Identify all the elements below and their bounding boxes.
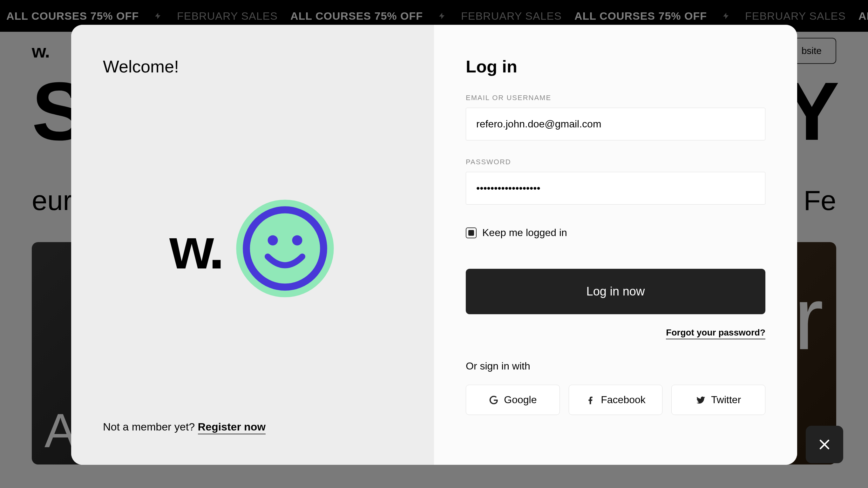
- google-label: Google: [504, 394, 537, 406]
- login-title: Log in: [466, 57, 765, 76]
- welcome-title: Welcome!: [103, 57, 402, 76]
- password-label: PASSWORD: [466, 158, 765, 166]
- svg-point-0: [236, 200, 334, 297]
- google-login-button[interactable]: Google: [466, 385, 560, 415]
- facebook-icon: [586, 395, 596, 405]
- login-button[interactable]: Log in now: [466, 269, 765, 314]
- svg-point-2: [268, 235, 278, 245]
- facebook-label: Facebook: [601, 394, 646, 406]
- facebook-login-button[interactable]: Facebook: [569, 385, 663, 415]
- close-modal-button[interactable]: [806, 426, 843, 463]
- modal-login-panel: Log in EMAIL OR USERNAME PASSWORD Keep m…: [434, 25, 797, 465]
- twitter-login-button[interactable]: Twitter: [671, 385, 765, 415]
- checkbox-checked-icon: [468, 230, 474, 236]
- welcome-logo: w.: [169, 216, 221, 281]
- register-link[interactable]: Register now: [198, 421, 266, 434]
- close-icon: [817, 437, 832, 452]
- keep-logged-checkbox[interactable]: [466, 227, 476, 238]
- register-prompt-text: Not a member yet?: [103, 421, 198, 433]
- social-divider-text: Or sign in with: [466, 360, 765, 372]
- social-login-row: Google Facebook Twitter: [466, 385, 765, 415]
- smiley-icon: [234, 197, 336, 299]
- password-input[interactable]: [466, 172, 765, 205]
- email-input[interactable]: [466, 108, 765, 141]
- keep-logged-row: Keep me logged in: [466, 227, 765, 239]
- google-icon: [489, 395, 499, 405]
- login-modal: Welcome! w. Not a member yet? Register n…: [71, 25, 797, 465]
- modal-welcome-panel: Welcome! w. Not a member yet? Register n…: [71, 25, 434, 465]
- forgot-password-link[interactable]: Forgot your password?: [666, 328, 765, 339]
- twitter-label: Twitter: [711, 394, 741, 406]
- twitter-icon: [696, 395, 706, 405]
- welcome-graphic: w.: [103, 76, 402, 421]
- keep-logged-label: Keep me logged in: [482, 227, 567, 239]
- register-prompt: Not a member yet? Register now: [103, 421, 402, 433]
- email-label: EMAIL OR USERNAME: [466, 94, 765, 102]
- svg-point-3: [292, 235, 302, 245]
- email-group: EMAIL OR USERNAME: [466, 94, 765, 141]
- password-group: PASSWORD: [466, 158, 765, 205]
